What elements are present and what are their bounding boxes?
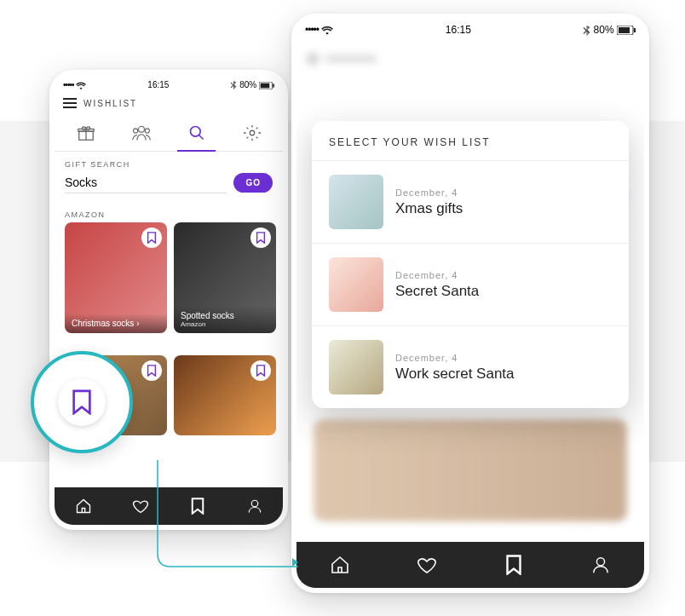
wishlist-thumb bbox=[329, 175, 383, 229]
wishlist-date: December, 4 bbox=[395, 187, 463, 198]
svg-rect-2 bbox=[273, 83, 274, 87]
wishlist-thumb bbox=[329, 257, 383, 312]
wishlist-option[interactable]: December, 4Secret Santa bbox=[312, 244, 629, 326]
bookmark-icon bbox=[256, 365, 266, 377]
home-icon bbox=[330, 555, 350, 575]
tab-search[interactable] bbox=[169, 118, 224, 151]
nav-home[interactable] bbox=[55, 487, 112, 525]
wishlist-date: December, 4 bbox=[395, 270, 479, 280]
top-tabs bbox=[55, 113, 283, 152]
wishlist-name: Work secret Santa bbox=[395, 366, 515, 383]
user-icon bbox=[591, 555, 610, 575]
people-icon bbox=[131, 124, 152, 142]
gift-icon bbox=[77, 124, 95, 142]
connector-arrow bbox=[145, 460, 315, 579]
svg-point-8 bbox=[190, 127, 200, 137]
tab-people[interactable] bbox=[113, 118, 169, 151]
status-bar: ••••• 16:15 80% bbox=[55, 75, 283, 95]
phone-wishlist-select: ••••• 16:15 80% SELECT YOUR WISH LIST De… bbox=[291, 14, 649, 593]
amazon-label: AMAZON bbox=[55, 202, 283, 222]
wishlist-thumb bbox=[329, 340, 383, 394]
bookmark-icon bbox=[72, 389, 92, 415]
bookmark-icon bbox=[147, 365, 157, 377]
menu-icon[interactable] bbox=[63, 98, 77, 108]
home-icon bbox=[75, 498, 92, 515]
svg-point-6 bbox=[133, 129, 137, 133]
nav-heart[interactable] bbox=[383, 542, 470, 588]
carrier-dots: ••••• bbox=[63, 80, 86, 89]
svg-point-9 bbox=[250, 131, 255, 136]
svg-point-5 bbox=[138, 127, 144, 133]
card-title: Christmas socks bbox=[72, 319, 134, 328]
app-header: WISHLIST bbox=[55, 95, 283, 113]
bookmark-icon bbox=[256, 232, 266, 244]
bluetooth-icon bbox=[230, 81, 237, 89]
card-title: Spotted socks bbox=[181, 311, 269, 320]
search-icon bbox=[188, 124, 205, 141]
bookmark-button[interactable] bbox=[141, 360, 162, 381]
modal-title: SELECT YOUR WISH LIST bbox=[312, 121, 629, 161]
status-time: 16:15 bbox=[147, 80, 169, 89]
bookmark-button[interactable] bbox=[250, 360, 271, 381]
bookmark-icon bbox=[147, 232, 157, 244]
gear-icon bbox=[243, 124, 262, 142]
wishlist-option[interactable]: December, 4Work secret Santa bbox=[312, 326, 629, 408]
wishlist-date: December, 4 bbox=[395, 353, 515, 363]
tab-settings[interactable] bbox=[224, 118, 279, 151]
wishlist-select-modal: SELECT YOUR WISH LIST December, 4Xmas gi… bbox=[312, 121, 629, 408]
product-card[interactable]: Christmas socks › bbox=[65, 222, 167, 333]
bottom-nav bbox=[296, 542, 644, 588]
bookmark-button[interactable] bbox=[141, 227, 162, 248]
search-input[interactable] bbox=[65, 172, 227, 193]
svg-point-14 bbox=[596, 558, 604, 566]
nav-bookmark[interactable] bbox=[470, 542, 557, 588]
go-button[interactable]: GO bbox=[233, 173, 273, 193]
bookmark-highlight bbox=[31, 351, 133, 453]
result-cards: Christmas socks › Spotted socksAmazon bbox=[55, 222, 283, 345]
app-title: WISHLIST bbox=[83, 99, 137, 108]
bookmark-icon bbox=[506, 555, 521, 575]
product-thumb[interactable] bbox=[174, 355, 276, 435]
svg-rect-1 bbox=[261, 83, 270, 88]
product-card[interactable]: Spotted socksAmazon bbox=[174, 222, 276, 333]
tab-gift[interactable] bbox=[58, 118, 113, 151]
card-source: Amazon bbox=[181, 320, 269, 328]
search-label: GIFT SEARCH bbox=[55, 152, 283, 172]
wishlist-name: Secret Santa bbox=[395, 283, 479, 300]
heart-icon bbox=[417, 555, 437, 575]
status-battery: 80% bbox=[230, 80, 274, 89]
battery-icon bbox=[259, 82, 274, 89]
nav-profile[interactable] bbox=[557, 542, 644, 588]
wifi-icon bbox=[76, 82, 86, 89]
wishlist-option[interactable]: December, 4Xmas gifts bbox=[312, 161, 629, 244]
bookmark-button[interactable] bbox=[250, 227, 271, 248]
svg-point-7 bbox=[145, 129, 149, 133]
wishlist-name: Xmas gifts bbox=[395, 200, 463, 217]
